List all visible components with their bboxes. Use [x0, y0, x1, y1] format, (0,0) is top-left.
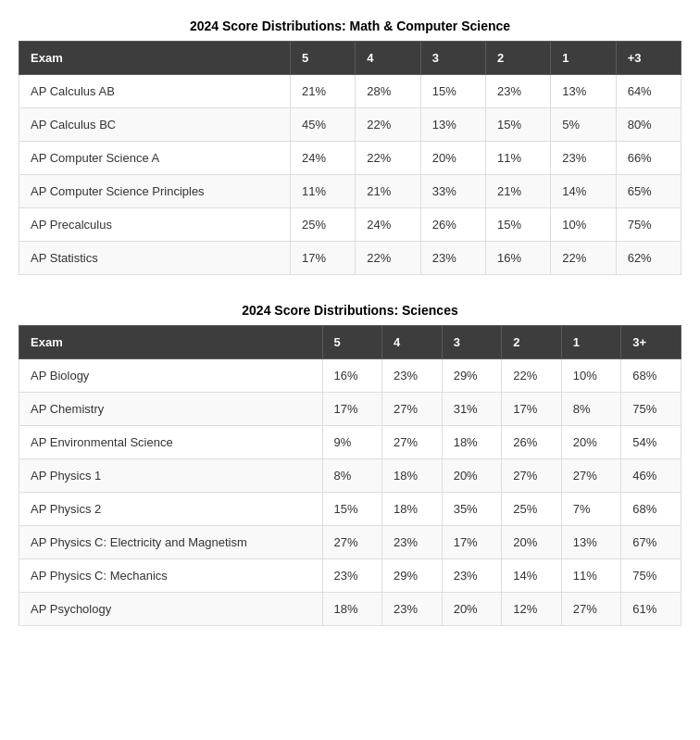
table-row: AP Calculus AB21%28%15%23%13%64% — [19, 75, 681, 108]
table1-cell-5-1: 17% — [291, 242, 356, 275]
table1-cell-0-2: 28% — [356, 75, 420, 108]
table-row: AP Computer Science Principles11%21%33%2… — [19, 175, 681, 208]
table2: Exam543213+ AP Biology16%23%29%22%10%68%… — [19, 325, 681, 626]
table2-cell-0-6: 68% — [621, 359, 681, 393]
table2-cell-4-5: 7% — [561, 493, 621, 526]
table2-cell-2-3: 18% — [442, 426, 502, 459]
table2-cell-4-6: 68% — [621, 493, 681, 526]
table2-cell-5-4: 20% — [502, 526, 562, 559]
table2-cell-7-0: AP Psychology — [19, 593, 323, 626]
table1-cell-4-0: AP Precalculus — [19, 208, 291, 242]
table2-cell-3-6: 46% — [621, 459, 681, 493]
table2-cell-4-0: AP Physics 2 — [19, 493, 323, 526]
table2-cell-0-3: 29% — [442, 359, 502, 393]
table-row: AP Physics C: Mechanics23%29%23%14%11%75… — [19, 559, 681, 593]
table2-col-header-3: 3 — [442, 326, 502, 359]
table2-col-header-6: 3+ — [621, 326, 681, 359]
table1-cell-5-2: 22% — [356, 242, 420, 275]
table2-cell-1-3: 31% — [442, 393, 502, 426]
table1-cell-2-3: 20% — [420, 142, 485, 175]
table2-col-header-4: 2 — [502, 326, 562, 359]
table2-cell-7-1: 18% — [322, 593, 382, 626]
table2-cell-4-3: 35% — [442, 493, 502, 526]
table1-cell-5-5: 22% — [551, 242, 616, 275]
table2-cell-7-5: 27% — [561, 593, 621, 626]
table1-cell-0-5: 13% — [551, 75, 616, 108]
table-row: AP Environmental Science9%27%18%26%20%54… — [19, 426, 681, 459]
table2-cell-6-1: 23% — [322, 559, 382, 593]
table-row: AP Precalculus25%24%26%15%10%75% — [19, 208, 681, 242]
table2-cell-3-0: AP Physics 1 — [19, 459, 323, 493]
table2-col-header-0: Exam — [19, 326, 323, 359]
table1: Exam54321+3 AP Calculus AB21%28%15%23%13… — [19, 41, 681, 275]
table1-cell-2-1: 24% — [291, 142, 356, 175]
table1-cell-0-0: AP Calculus AB — [19, 75, 291, 108]
table1-cell-1-5: 5% — [551, 108, 616, 142]
table2-cell-6-6: 75% — [621, 559, 681, 593]
table1-col-header-4: 2 — [486, 42, 551, 75]
table1-cell-5-6: 62% — [616, 242, 681, 275]
table2-cell-6-5: 11% — [561, 559, 621, 593]
table1-cell-4-4: 15% — [486, 208, 551, 242]
table1-cell-0-6: 64% — [616, 75, 681, 108]
table-row: AP Psychology18%23%20%12%27%61% — [19, 593, 681, 626]
table1-cell-3-1: 11% — [291, 175, 356, 208]
table2-header-row: Exam543213+ — [19, 326, 681, 359]
table2-cell-7-4: 12% — [502, 593, 562, 626]
table1-cell-3-2: 21% — [356, 175, 420, 208]
table2-col-header-1: 5 — [322, 326, 382, 359]
table1-body: AP Calculus AB21%28%15%23%13%64%AP Calcu… — [19, 75, 681, 275]
table1-col-header-6: +3 — [616, 42, 681, 75]
table1-col-header-0: Exam — [19, 42, 291, 75]
table1-title: 2024 Score Distributions: Math & Compute… — [19, 19, 681, 33]
table1-cell-1-1: 45% — [291, 108, 356, 142]
table1-cell-4-2: 24% — [356, 208, 420, 242]
table2-cell-3-1: 8% — [322, 459, 382, 493]
math-computer-science-section: 2024 Score Distributions: Math & Compute… — [19, 19, 681, 275]
table1-cell-2-2: 22% — [356, 142, 420, 175]
table2-cell-1-5: 8% — [561, 393, 621, 426]
table2-cell-0-4: 22% — [502, 359, 562, 393]
table2-cell-7-6: 61% — [621, 593, 681, 626]
table-row: AP Chemistry17%27%31%17%8%75% — [19, 393, 681, 426]
table1-col-header-2: 4 — [356, 42, 420, 75]
table2-cell-3-4: 27% — [502, 459, 562, 493]
table2-cell-3-2: 18% — [382, 459, 443, 493]
table2-title: 2024 Score Distributions: Sciences — [19, 303, 681, 318]
table2-cell-4-2: 18% — [382, 493, 443, 526]
table1-cell-0-3: 15% — [420, 75, 485, 108]
table2-cell-2-4: 26% — [502, 426, 562, 459]
table1-cell-4-5: 10% — [551, 208, 616, 242]
table1-cell-5-3: 23% — [420, 242, 485, 275]
table2-cell-3-3: 20% — [442, 459, 502, 493]
table-row: AP Biology16%23%29%22%10%68% — [19, 359, 681, 393]
table2-cell-1-0: AP Chemistry — [19, 393, 323, 426]
table1-cell-3-5: 14% — [551, 175, 616, 208]
table1-cell-3-0: AP Computer Science Principles — [19, 175, 291, 208]
table2-cell-0-5: 10% — [561, 359, 621, 393]
table1-cell-1-4: 15% — [486, 108, 551, 142]
table1-cell-4-3: 26% — [420, 208, 485, 242]
table2-cell-5-6: 67% — [621, 526, 681, 559]
table1-cell-3-3: 33% — [420, 175, 485, 208]
table2-cell-5-0: AP Physics C: Electricity and Magnetism — [19, 526, 323, 559]
table2-cell-5-2: 23% — [382, 526, 443, 559]
table1-cell-4-1: 25% — [291, 208, 356, 242]
sciences-section: 2024 Score Distributions: Sciences Exam5… — [19, 303, 681, 626]
table1-cell-1-3: 13% — [420, 108, 485, 142]
table2-cell-4-4: 25% — [502, 493, 562, 526]
table1-cell-2-0: AP Computer Science A — [19, 142, 291, 175]
table2-cell-3-5: 27% — [561, 459, 621, 493]
table2-cell-2-2: 27% — [382, 426, 443, 459]
table-row: AP Computer Science A24%22%20%11%23%66% — [19, 142, 681, 175]
table1-cell-5-4: 16% — [486, 242, 551, 275]
table2-col-header-2: 4 — [382, 326, 443, 359]
table1-cell-1-6: 80% — [616, 108, 681, 142]
table1-cell-3-4: 21% — [486, 175, 551, 208]
table2-cell-2-0: AP Environmental Science — [19, 426, 323, 459]
table1-header-row: Exam54321+3 — [19, 42, 681, 75]
table1-cell-0-4: 23% — [486, 75, 551, 108]
table-row: AP Physics C: Electricity and Magnetism2… — [19, 526, 681, 559]
table2-col-header-5: 1 — [561, 326, 621, 359]
table1-col-header-5: 1 — [551, 42, 616, 75]
